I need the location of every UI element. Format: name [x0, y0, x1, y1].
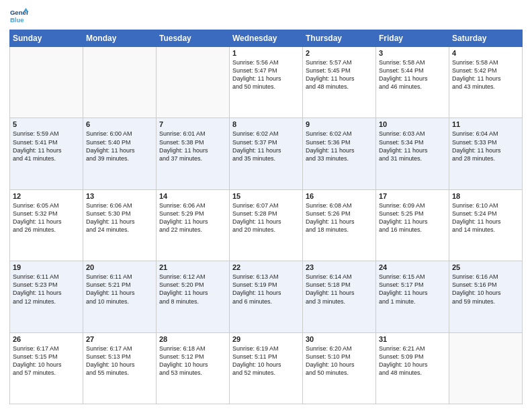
day-info: Sunrise: 6:15 AM Sunset: 5:17 PM Dayligh…	[379, 273, 446, 306]
calendar-cell	[449, 332, 523, 404]
day-number: 9	[306, 120, 373, 128]
calendar-cell: 16Sunrise: 6:08 AM Sunset: 5:26 PM Dayli…	[303, 189, 376, 261]
day-number: 7	[159, 120, 226, 128]
day-number: 16	[306, 192, 373, 200]
logo-icon: General Blue	[9, 7, 28, 26]
calendar-cell: 26Sunrise: 6:17 AM Sunset: 5:15 PM Dayli…	[10, 332, 83, 404]
weekday-header-wednesday: Wednesday	[230, 30, 303, 47]
day-number: 14	[159, 192, 226, 200]
day-info: Sunrise: 6:05 AM Sunset: 5:32 PM Dayligh…	[13, 201, 80, 234]
weekday-header-thursday: Thursday	[303, 30, 376, 47]
calendar-table: SundayMondayTuesdayWednesdayThursdayFrid…	[9, 30, 523, 404]
day-info: Sunrise: 6:06 AM Sunset: 5:29 PM Dayligh…	[159, 201, 226, 234]
day-number: 8	[232, 120, 300, 128]
day-number: 1	[232, 49, 300, 57]
day-info: Sunrise: 6:11 AM Sunset: 5:21 PM Dayligh…	[86, 273, 153, 306]
calendar-cell	[10, 47, 83, 118]
calendar-cell: 23Sunrise: 6:14 AM Sunset: 5:18 PM Dayli…	[303, 261, 376, 332]
day-info: Sunrise: 6:13 AM Sunset: 5:19 PM Dayligh…	[232, 273, 300, 306]
calendar-cell	[157, 47, 230, 118]
day-info: Sunrise: 6:04 AM Sunset: 5:33 PM Dayligh…	[452, 130, 519, 163]
day-info: Sunrise: 6:16 AM Sunset: 5:16 PM Dayligh…	[452, 273, 519, 306]
day-number: 10	[379, 120, 446, 128]
weekday-header-tuesday: Tuesday	[157, 30, 230, 47]
calendar-cell: 7Sunrise: 6:01 AM Sunset: 5:38 PM Daylig…	[157, 118, 230, 189]
week-row-2: 5Sunrise: 5:59 AM Sunset: 5:41 PM Daylig…	[10, 118, 523, 189]
day-info: Sunrise: 6:06 AM Sunset: 5:30 PM Dayligh…	[86, 201, 153, 234]
day-info: Sunrise: 6:02 AM Sunset: 5:37 PM Dayligh…	[232, 130, 300, 163]
day-number: 2	[306, 49, 373, 57]
logo: General Blue	[9, 7, 28, 26]
day-info: Sunrise: 5:58 AM Sunset: 5:44 PM Dayligh…	[379, 58, 446, 91]
day-number: 19	[13, 263, 80, 271]
day-number: 13	[86, 192, 153, 200]
calendar-cell: 14Sunrise: 6:06 AM Sunset: 5:29 PM Dayli…	[157, 189, 230, 261]
week-row-4: 19Sunrise: 6:11 AM Sunset: 5:23 PM Dayli…	[10, 261, 523, 332]
day-number: 23	[306, 263, 373, 271]
calendar-cell: 10Sunrise: 6:03 AM Sunset: 5:34 PM Dayli…	[376, 118, 449, 189]
day-info: Sunrise: 6:08 AM Sunset: 5:26 PM Dayligh…	[306, 201, 373, 234]
day-number: 24	[379, 263, 446, 271]
calendar-cell: 17Sunrise: 6:09 AM Sunset: 5:25 PM Dayli…	[376, 189, 449, 261]
svg-text:Blue: Blue	[10, 16, 24, 24]
calendar-cell: 15Sunrise: 6:07 AM Sunset: 5:28 PM Dayli…	[230, 189, 303, 261]
day-info: Sunrise: 6:10 AM Sunset: 5:24 PM Dayligh…	[452, 201, 519, 234]
calendar-cell: 22Sunrise: 6:13 AM Sunset: 5:19 PM Dayli…	[230, 261, 303, 332]
day-number: 17	[379, 192, 446, 200]
calendar-cell: 19Sunrise: 6:11 AM Sunset: 5:23 PM Dayli…	[10, 261, 83, 332]
weekday-header-sunday: Sunday	[10, 30, 83, 47]
weekday-header-row: SundayMondayTuesdayWednesdayThursdayFrid…	[10, 30, 523, 47]
day-info: Sunrise: 6:01 AM Sunset: 5:38 PM Dayligh…	[159, 130, 226, 163]
calendar-cell: 1Sunrise: 5:56 AM Sunset: 5:47 PM Daylig…	[230, 47, 303, 118]
calendar-cell: 21Sunrise: 6:12 AM Sunset: 5:20 PM Dayli…	[157, 261, 230, 332]
day-info: Sunrise: 6:00 AM Sunset: 5:40 PM Dayligh…	[86, 130, 153, 163]
week-row-5: 26Sunrise: 6:17 AM Sunset: 5:15 PM Dayli…	[10, 332, 523, 404]
day-info: Sunrise: 5:59 AM Sunset: 5:41 PM Dayligh…	[13, 130, 80, 163]
day-number: 22	[232, 263, 300, 271]
day-number: 25	[452, 263, 519, 271]
day-number: 26	[13, 335, 80, 343]
calendar-cell: 8Sunrise: 6:02 AM Sunset: 5:37 PM Daylig…	[230, 118, 303, 189]
day-number: 3	[379, 49, 446, 57]
calendar-cell: 30Sunrise: 6:20 AM Sunset: 5:10 PM Dayli…	[303, 332, 376, 404]
calendar-cell: 27Sunrise: 6:17 AM Sunset: 5:13 PM Dayli…	[83, 332, 157, 404]
calendar-cell: 4Sunrise: 5:58 AM Sunset: 5:42 PM Daylig…	[449, 47, 523, 118]
day-info: Sunrise: 5:57 AM Sunset: 5:45 PM Dayligh…	[306, 58, 373, 91]
day-info: Sunrise: 6:19 AM Sunset: 5:11 PM Dayligh…	[232, 345, 300, 377]
calendar-cell: 29Sunrise: 6:19 AM Sunset: 5:11 PM Dayli…	[230, 332, 303, 404]
day-info: Sunrise: 6:12 AM Sunset: 5:20 PM Dayligh…	[159, 273, 226, 306]
calendar-cell: 25Sunrise: 6:16 AM Sunset: 5:16 PM Dayli…	[449, 261, 523, 332]
weekday-header-friday: Friday	[376, 30, 449, 47]
day-number: 20	[86, 263, 153, 271]
day-info: Sunrise: 6:07 AM Sunset: 5:28 PM Dayligh…	[232, 201, 300, 234]
day-number: 5	[13, 120, 80, 128]
day-number: 12	[13, 192, 80, 200]
calendar-cell: 6Sunrise: 6:00 AM Sunset: 5:40 PM Daylig…	[83, 118, 157, 189]
week-row-1: 1Sunrise: 5:56 AM Sunset: 5:47 PM Daylig…	[10, 47, 523, 118]
day-info: Sunrise: 6:17 AM Sunset: 5:15 PM Dayligh…	[13, 345, 80, 377]
day-number: 18	[452, 192, 519, 200]
day-number: 30	[306, 335, 373, 343]
day-info: Sunrise: 6:18 AM Sunset: 5:12 PM Dayligh…	[159, 345, 226, 377]
day-number: 15	[232, 192, 300, 200]
day-info: Sunrise: 5:56 AM Sunset: 5:47 PM Dayligh…	[232, 58, 300, 91]
day-number: 21	[159, 263, 226, 271]
day-info: Sunrise: 6:20 AM Sunset: 5:10 PM Dayligh…	[306, 345, 373, 377]
day-number: 6	[86, 120, 153, 128]
calendar-cell: 2Sunrise: 5:57 AM Sunset: 5:45 PM Daylig…	[303, 47, 376, 118]
calendar-cell: 13Sunrise: 6:06 AM Sunset: 5:30 PM Dayli…	[83, 189, 157, 261]
calendar-cell	[83, 47, 157, 118]
day-number: 11	[452, 120, 519, 128]
day-info: Sunrise: 6:14 AM Sunset: 5:18 PM Dayligh…	[306, 273, 373, 306]
day-info: Sunrise: 6:02 AM Sunset: 5:36 PM Dayligh…	[306, 130, 373, 163]
calendar-cell: 20Sunrise: 6:11 AM Sunset: 5:21 PM Dayli…	[83, 261, 157, 332]
weekday-header-saturday: Saturday	[449, 30, 523, 47]
calendar-cell: 28Sunrise: 6:18 AM Sunset: 5:12 PM Dayli…	[157, 332, 230, 404]
calendar-cell: 9Sunrise: 6:02 AM Sunset: 5:36 PM Daylig…	[303, 118, 376, 189]
day-info: Sunrise: 6:03 AM Sunset: 5:34 PM Dayligh…	[379, 130, 446, 163]
calendar-cell: 12Sunrise: 6:05 AM Sunset: 5:32 PM Dayli…	[10, 189, 83, 261]
day-info: Sunrise: 6:11 AM Sunset: 5:23 PM Dayligh…	[13, 273, 80, 306]
day-info: Sunrise: 6:21 AM Sunset: 5:09 PM Dayligh…	[379, 345, 446, 377]
day-number: 31	[379, 335, 446, 343]
calendar-cell: 18Sunrise: 6:10 AM Sunset: 5:24 PM Dayli…	[449, 189, 523, 261]
